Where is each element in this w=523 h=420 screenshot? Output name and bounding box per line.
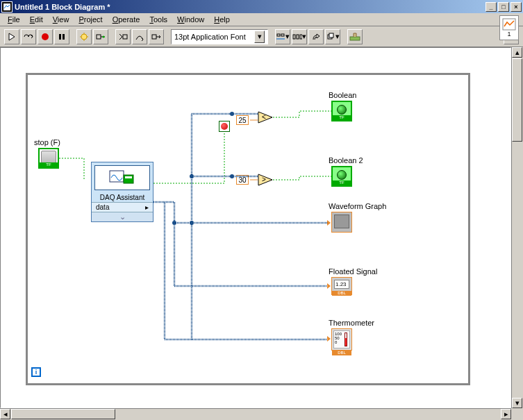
constant-30[interactable]: 30 xyxy=(236,175,249,185)
boolean2-label: Boolean 2 xyxy=(329,156,363,165)
daq-expand[interactable]: ⌄ xyxy=(92,212,153,221)
graph-input-terminal xyxy=(327,220,331,226)
vertical-scrollbar[interactable]: ▴ ▾ xyxy=(511,47,523,408)
run-button[interactable] xyxy=(4,29,19,44)
svg-rect-7 xyxy=(123,35,127,39)
svg-rect-16 xyxy=(350,37,360,40)
loop-condition-terminal[interactable] xyxy=(219,121,230,132)
step-over-button[interactable] xyxy=(132,29,147,44)
scroll-right-button[interactable]: ▸ xyxy=(501,409,511,419)
svg-point-6 xyxy=(103,35,105,37)
menu-tools[interactable]: Tools xyxy=(144,14,172,25)
daq-assistant-node[interactable]: DAQ Assistant data▸ ⌄ xyxy=(91,162,153,222)
abort-button[interactable] xyxy=(38,29,53,44)
boolean-indicator[interactable]: TF xyxy=(331,101,352,121)
floated-signal-indicator[interactable]: 1.23 DBL xyxy=(331,277,352,295)
daq-icon xyxy=(94,165,150,190)
svg-rect-19 xyxy=(124,175,133,183)
tf-band: TF xyxy=(40,162,58,167)
svg-rect-15 xyxy=(329,33,333,37)
float-input-terminal xyxy=(327,283,331,289)
thermometer-label: Thermometer xyxy=(329,319,374,327)
less-than-node[interactable]: < xyxy=(258,111,272,122)
tf-band: TF xyxy=(333,180,351,185)
therm-input-terminal xyxy=(327,336,331,342)
menu-file[interactable]: File xyxy=(3,14,25,25)
window-title: Untitled 1 Block Diagram * xyxy=(15,3,484,11)
svg-rect-0 xyxy=(3,3,10,10)
menu-project[interactable]: Project xyxy=(74,14,107,25)
stop-label: stop (F) xyxy=(34,138,60,146)
dbl-band: DBL xyxy=(332,291,351,296)
vertical-scroll-thumb[interactable] xyxy=(512,58,522,142)
svg-rect-20 xyxy=(125,176,132,178)
step-into-button[interactable] xyxy=(115,29,131,44)
svg-point-1 xyxy=(42,33,49,40)
svg-rect-8 xyxy=(152,35,156,39)
iteration-terminal[interactable]: i xyxy=(31,367,41,377)
align-button[interactable]: ▾ xyxy=(275,29,290,44)
thermometer-indicator[interactable]: 100 50 0 xyxy=(331,328,352,351)
horizontal-scrollbar[interactable]: ◂ ▸ xyxy=(0,408,511,420)
greater-than-node[interactable]: > xyxy=(258,174,272,185)
menu-operate[interactable]: Operate xyxy=(108,14,145,25)
close-button[interactable]: × xyxy=(510,2,522,12)
led-icon xyxy=(337,170,347,180)
toolbar: 13pt Application Font ▾ ▾ ▾ ▾ ? xyxy=(0,26,523,47)
minimize-button[interactable]: _ xyxy=(485,2,497,12)
floated-signal-label: Floated Signal xyxy=(329,267,377,276)
thermometer-icon xyxy=(344,333,347,346)
menu-help[interactable]: Help xyxy=(209,14,235,25)
waveform-graph-label: Waveform Graph xyxy=(329,202,386,210)
horizontal-scroll-thumb[interactable] xyxy=(11,409,115,419)
boolean-label: Boolean xyxy=(329,91,356,99)
maximize-button[interactable]: □ xyxy=(498,2,509,12)
retain-wire-values-button[interactable] xyxy=(93,29,108,44)
scroll-down-button[interactable]: ▾ xyxy=(512,398,522,408)
stop-control[interactable]: TF xyxy=(38,148,59,169)
daq-data-row[interactable]: data▸ xyxy=(92,202,153,212)
menu-view[interactable]: View xyxy=(48,14,74,25)
svg-rect-5 xyxy=(97,35,101,39)
svg-rect-13 xyxy=(300,35,302,39)
stop-button-icon xyxy=(41,151,56,163)
distribute-button[interactable]: ▾ xyxy=(292,29,307,44)
menu-edit[interactable]: Edit xyxy=(25,14,48,25)
svg-text:<: < xyxy=(262,113,266,121)
app-icon xyxy=(1,1,13,12)
font-display: 13pt Application Font xyxy=(174,33,254,41)
context-help-icon[interactable]: 1 xyxy=(499,15,519,40)
therm-scale: 100 50 0 xyxy=(335,332,342,344)
tf-band: TF xyxy=(333,115,351,120)
pause-button[interactable] xyxy=(54,29,69,44)
svg-rect-2 xyxy=(59,34,61,40)
chevron-down-icon[interactable]: ▾ xyxy=(254,31,265,43)
svg-rect-11 xyxy=(293,35,295,39)
highlight-execution-button[interactable] xyxy=(76,29,92,44)
boolean2-indicator[interactable]: TF xyxy=(331,166,352,187)
svg-text:>: > xyxy=(262,176,266,183)
scroll-up-button[interactable]: ▴ xyxy=(512,47,522,58)
step-out-button[interactable] xyxy=(149,29,164,44)
diagram-canvas[interactable]: i stop (F) TF DAQ Assistant data▸ ⌄ 25 3… xyxy=(0,47,511,408)
menu-window[interactable]: Window xyxy=(172,14,209,25)
svg-point-4 xyxy=(81,34,87,40)
scroll-left-button[interactable]: ◂ xyxy=(0,409,10,419)
graph-icon xyxy=(334,215,349,228)
font-selector[interactable]: 13pt Application Font ▾ xyxy=(171,29,268,44)
menu-bar: File Edit View Project Operate Tools Win… xyxy=(0,13,523,26)
cleanup-diagram-button[interactable] xyxy=(347,29,363,44)
waveform-graph-indicator[interactable] xyxy=(331,212,352,233)
scroll-corner xyxy=(511,408,523,420)
cleanup-button[interactable] xyxy=(308,29,324,44)
run-continuous-button[interactable] xyxy=(21,29,36,44)
daq-title: DAQ Assistant xyxy=(92,193,153,202)
therm-dbl-band: DBL xyxy=(332,351,351,355)
svg-rect-10 xyxy=(281,34,284,36)
svg-rect-9 xyxy=(277,34,280,36)
svg-rect-3 xyxy=(63,34,65,40)
nav-index: 1 xyxy=(507,31,510,37)
numeric-display: 1.23 xyxy=(334,280,349,289)
constant-25[interactable]: 25 xyxy=(236,115,249,125)
reorder-button[interactable]: ▾ xyxy=(325,29,340,44)
